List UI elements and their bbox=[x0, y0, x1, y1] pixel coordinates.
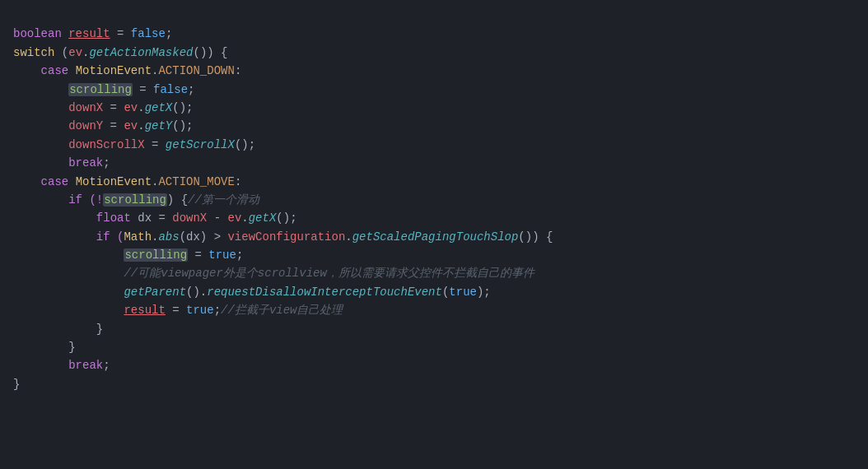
code-line: switch (ev.getActionMasked()) { bbox=[0, 44, 868, 62]
code-line: float dx = downX - ev.getX(); bbox=[0, 209, 868, 227]
code-line: scrolling = false; bbox=[0, 81, 868, 99]
code-line: getParent().requestDisallowInterceptTouc… bbox=[0, 283, 868, 301]
code-line bbox=[0, 393, 868, 411]
code-line: } bbox=[0, 375, 868, 393]
code-editor: boolean result = false;switch (ev.getAct… bbox=[0, 0, 868, 419]
code-line: downY = ev.getY(); bbox=[0, 117, 868, 135]
code-line: } bbox=[0, 320, 868, 338]
code-line: downScrollX = getScrollX(); bbox=[0, 136, 868, 154]
code-line: downX = ev.getX(); bbox=[0, 99, 868, 117]
code-line: } bbox=[0, 338, 868, 356]
code-line: break; bbox=[0, 356, 868, 374]
code-line: if (!scrolling) {//第一个滑动 bbox=[0, 191, 868, 209]
code-line: case MotionEvent.ACTION_DOWN: bbox=[0, 62, 868, 80]
code-line: scrolling = true; bbox=[0, 246, 868, 264]
code-line: if (Math.abs(dx) > viewConfiguration.get… bbox=[0, 228, 868, 246]
code-line: case MotionEvent.ACTION_MOVE: bbox=[0, 173, 868, 191]
code-line: boolean result = false; bbox=[0, 25, 868, 43]
code-line: //可能viewpager外是个scrollview，所以需要请求父控件不拦截自… bbox=[0, 264, 868, 282]
code-line: break; bbox=[0, 154, 868, 172]
code-line: result = true;//拦截子view自己处理 bbox=[0, 301, 868, 319]
